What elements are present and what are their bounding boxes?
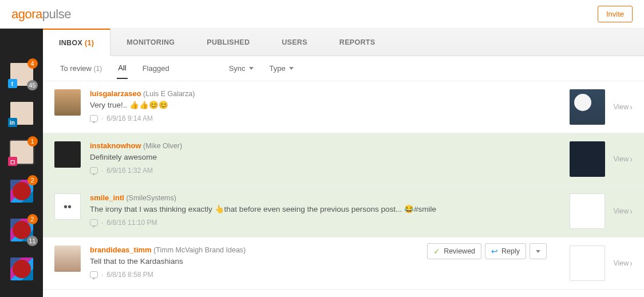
comment-icon [90,167,98,174]
message-meta: ·6/9/16 1:32 AM [90,167,560,175]
chevron-right-icon: › [630,102,633,112]
message-text: The irony that I was thinking exactly 👆t… [90,204,560,215]
message-right: View› [570,193,633,229]
message-meta: ·6/8/16 11:10 PM [90,219,560,227]
timestamp: 6/8/16 8:58 PM [106,271,153,279]
message-body: luisgalarzaseo (Luis E Galarza)Very true… [90,89,560,122]
tab-reports[interactable]: REPORTS [323,29,392,56]
post-thumbnail[interactable] [570,245,605,281]
message-meta: ·6/8/16 8:58 PM [90,271,560,279]
logo: agorapulse [11,7,71,22]
realname: (SmileSystems) [124,194,176,202]
message-row[interactable]: instaknowhow (Mike Olver)Definitely awes… [43,133,644,185]
message-right: View› [570,141,633,177]
account-multi-2[interactable]: 2 11 [10,219,33,241]
instagram-icon: ◻ [8,157,17,166]
realname: (Luis E Galarza) [141,90,195,98]
avatar: •• [54,193,81,220]
chevron-right-icon: › [630,207,633,216]
logo-word2: pulse [42,7,71,21]
chevron-down-icon [536,250,540,253]
username[interactable]: instaknowhow [90,141,141,150]
filter-bar: To review (1) All Flagged Sync Type [43,56,644,81]
comment-icon [90,271,98,278]
check-icon: ✓ [433,247,440,256]
main-content: INBOX (1) MONITORING PUBLISHED USERS REP… [43,29,644,297]
reviewed-button[interactable]: ✓Reviewed [427,243,481,259]
avatar [54,89,81,116]
twitter-icon: t [8,79,17,88]
message-body: smile_intl (SmileSystems)The irony that … [90,193,560,227]
avatar [54,141,81,168]
message-right: View› [570,89,633,125]
tab-monitoring[interactable]: MONITORING [110,29,191,56]
reply-button[interactable]: ↩Reply [485,243,526,259]
account-sidebar: t 4 45 in ◻ 1 2 2 11 [0,29,43,297]
badge-count-secondary: 11 [27,236,37,246]
message-right: View› [570,245,633,281]
view-link[interactable]: View› [613,102,633,112]
username[interactable]: brandideas_timm [90,245,152,254]
account-twitter[interactable]: t 4 45 [10,63,33,86]
logo-word1: agora [11,7,42,21]
linkedin-icon: in [8,118,17,127]
tab-inbox[interactable]: INBOX (1) [43,29,110,56]
main-tabs: INBOX (1) MONITORING PUBLISHED USERS REP… [43,29,644,56]
username[interactable]: luisgalarzaseo [90,89,141,98]
filter-all[interactable]: All [117,58,127,79]
filter-sync-dropdown[interactable]: Sync [228,58,255,78]
message-text: Very true!.. 👍👍😊😊 [90,100,560,111]
post-thumbnail[interactable] [570,193,605,229]
message-meta: ·6/9/16 9:14 AM [90,114,560,122]
message-actions: ✓Reviewed↩Reply [427,243,547,259]
realname: (Mike Olver) [141,142,183,150]
realname: (Timm McVaigh Brand Ideas) [152,246,246,254]
account-multi-3[interactable] [10,258,33,280]
badge-count-secondary: 45 [27,80,37,90]
post-thumbnail[interactable] [570,89,605,125]
timestamp: 6/9/16 1:32 AM [106,167,153,175]
message-row[interactable]: luisgalarzaseo (Luis E Galarza)Very true… [43,81,644,133]
message-text: Definitely awesome [90,152,560,163]
view-link[interactable]: View› [613,259,633,268]
filter-flagged[interactable]: Flagged [141,58,171,78]
message-list: luisgalarzaseo (Luis E Galarza)Very true… [43,81,644,290]
avatar [54,245,81,272]
timestamp: 6/9/16 9:14 AM [106,114,153,122]
view-link[interactable]: View› [613,155,633,164]
filter-type-dropdown[interactable]: Type [268,58,295,78]
tab-users[interactable]: USERS [266,29,323,56]
reply-dropdown[interactable] [530,243,547,259]
invite-button[interactable]: Invite [598,6,633,22]
badge-count: 4 [27,58,38,69]
badge-count: 2 [27,175,38,185]
view-link[interactable]: View› [613,207,633,216]
tab-inbox-label: INBOX [59,39,82,47]
message-row[interactable]: ••smile_intl (SmileSystems)The irony tha… [43,185,644,237]
app-header: agorapulse Invite [0,0,644,29]
tab-published[interactable]: PUBLISHED [191,29,266,56]
chevron-right-icon: › [630,155,633,164]
comment-icon [90,115,98,122]
reply-icon: ↩ [491,247,498,256]
post-thumbnail[interactable] [570,141,605,177]
tab-inbox-count: (1) [85,39,94,47]
message-row[interactable]: brandideas_timm (Timm McVaigh Brand Idea… [43,237,644,290]
badge-count: 2 [27,214,38,224]
filter-to-review[interactable]: To review (1) [59,58,103,78]
account-linkedin[interactable]: in [10,102,33,125]
badge-count: 1 [27,136,38,146]
chevron-right-icon: › [630,259,633,268]
username[interactable]: smile_intl [90,193,124,202]
message-body: instaknowhow (Mike Olver)Definitely awes… [90,141,560,175]
timestamp: 6/8/16 11:10 PM [106,219,157,227]
comment-icon [90,219,98,226]
account-instagram[interactable]: ◻ 1 [10,141,33,164]
account-multi-1[interactable]: 2 [10,180,33,203]
